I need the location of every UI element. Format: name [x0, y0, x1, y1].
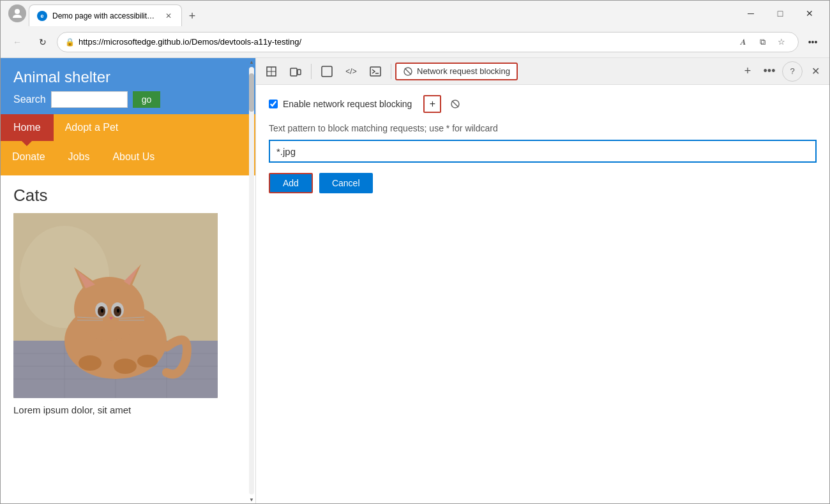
more-tools-button[interactable]: + — [737, 61, 758, 82]
help-button[interactable]: ? — [782, 61, 803, 82]
tabs-area: e Demo page with accessibility issu ✕ + — [29, 1, 736, 26]
address-action-icons: 𝑨 ⧉ ☆ — [734, 33, 790, 51]
devtools-toolbar: </> Network request blocking + ••• — [256, 58, 829, 85]
search-label: Search — [13, 94, 46, 105]
cat-placeholder — [13, 213, 218, 398]
svg-point-21 — [101, 309, 103, 313]
split-screen-icon[interactable]: ⧉ — [753, 33, 771, 51]
scrollbar-thumb[interactable] — [249, 73, 254, 112]
title-bar: e Demo page with accessibility issu ✕ + … — [1, 1, 829, 26]
nav-home[interactable]: Home — [1, 114, 54, 141]
svg-rect-34 — [290, 68, 297, 76]
browser-extras-button[interactable]: ••• — [801, 31, 824, 54]
new-tab-button[interactable]: + — [182, 6, 202, 26]
minimize-button[interactable]: ─ — [736, 3, 766, 24]
read-aloud-icon[interactable]: 𝑨 — [734, 33, 752, 51]
svg-line-42 — [452, 101, 458, 107]
device-emulation-button[interactable] — [284, 61, 307, 82]
webpage-panel: Animal shelter Search go Home Adopt a Pe… — [1, 58, 256, 503]
enable-row: Enable network request blocking + — [269, 95, 817, 113]
svg-rect-36 — [322, 66, 332, 77]
add-pattern-button[interactable]: + — [423, 95, 441, 113]
address-bar: ← ↻ 🔒 𝑨 ⧉ ☆ ••• — [1, 26, 829, 58]
browser-extra-icons: ••• — [801, 31, 824, 54]
browser-tab[interactable]: e Demo page with accessibility issu ✕ — [29, 4, 182, 26]
toolbar-separator — [311, 64, 312, 79]
enable-checkbox-wrap: Enable network request blocking — [269, 99, 412, 109]
svg-point-29 — [114, 359, 137, 374]
shelter-nav: Home Adopt a Pet — [1, 114, 255, 141]
nav-adopt[interactable]: Adopt a Pet — [54, 114, 130, 141]
tab-favicon: e — [37, 11, 47, 21]
console-button[interactable] — [364, 61, 387, 82]
inspect-element-button[interactable] — [260, 61, 283, 82]
webpage-scrollbar[interactable]: ▲ ▼ — [248, 58, 255, 503]
search-input[interactable] — [51, 91, 128, 108]
network-request-blocking-tab[interactable]: Network request blocking — [395, 63, 518, 80]
svg-line-40 — [405, 68, 411, 75]
scrollbar-track[interactable] — [249, 67, 254, 494]
svg-point-0 — [15, 9, 20, 14]
shelter-header: Animal shelter Search go — [1, 58, 255, 114]
pattern-input[interactable] — [269, 140, 817, 163]
svg-point-28 — [79, 355, 102, 371]
svg-rect-35 — [298, 70, 301, 75]
user-avatar — [6, 2, 29, 25]
search-row: Search go — [13, 91, 243, 108]
nav-jobs[interactable]: Jobs — [57, 144, 102, 170]
svg-point-22 — [117, 309, 119, 313]
scroll-down-arrow[interactable]: ▼ — [248, 496, 255, 503]
active-tab-label: Network request blocking — [417, 66, 510, 76]
lock-icon: 🔒 — [65, 38, 75, 47]
address-input-wrap: 🔒 𝑨 ⧉ ☆ — [57, 32, 799, 52]
cancel-button[interactable]: Cancel — [319, 173, 373, 193]
maximize-button[interactable]: □ — [766, 3, 795, 24]
cats-heading: Cats — [13, 186, 243, 205]
enable-checkbox[interactable] — [269, 100, 278, 108]
lorem-text: Lorem ipsum dolor, sit amet — [13, 404, 243, 415]
enable-label[interactable]: Enable network request blocking — [283, 99, 412, 109]
html-view-button[interactable]: </> — [340, 61, 363, 82]
nav-about[interactable]: About Us — [101, 144, 166, 170]
form-actions: Add Cancel — [269, 173, 817, 193]
favorites-icon[interactable]: ☆ — [773, 33, 790, 51]
clear-all-button[interactable] — [446, 95, 464, 113]
window-controls: ─ □ ✕ — [736, 3, 824, 24]
scroll-up-arrow[interactable]: ▲ — [248, 58, 255, 66]
tab-close-button[interactable]: ✕ — [163, 11, 174, 21]
go-button[interactable]: go — [133, 91, 161, 108]
pattern-description: Text pattern to block matching requests;… — [269, 123, 817, 133]
devtools-close-button[interactable]: ✕ — [805, 61, 826, 82]
svg-point-30 — [137, 355, 158, 367]
main-area: Animal shelter Search go Home Adopt a Pe… — [1, 58, 829, 503]
add-button[interactable]: Add — [269, 173, 313, 193]
overflow-button[interactable]: ••• — [759, 61, 780, 82]
page-content: Cats — [1, 175, 255, 503]
toolbar-separator2 — [391, 64, 391, 79]
shelter-title: Animal shelter — [13, 68, 243, 86]
close-button[interactable]: ✕ — [795, 3, 824, 24]
elements-panel-button[interactable] — [315, 61, 338, 82]
devtools-content: Enable network request blocking + Text — [256, 85, 829, 503]
user-icon — [8, 4, 26, 22]
cat-image — [13, 213, 218, 398]
action-buttons: + — [423, 95, 464, 113]
address-input[interactable] — [79, 37, 730, 47]
devtools-panel: </> Network request blocking + ••• — [256, 58, 829, 503]
shelter-nav-row2: Donate Jobs About Us — [1, 141, 255, 175]
back-button[interactable]: ← — [6, 31, 29, 54]
nav-donate[interactable]: Donate — [1, 144, 57, 170]
refresh-button[interactable]: ↻ — [31, 31, 54, 54]
tab-title: Demo page with accessibility issu — [52, 11, 158, 20]
